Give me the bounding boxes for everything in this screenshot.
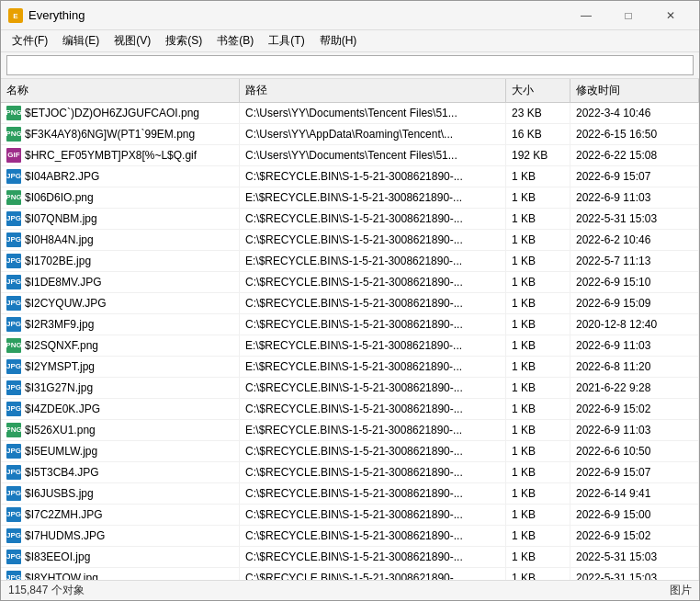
cell-size: 1 KB xyxy=(506,568,570,580)
file-name: $I7C2ZMH.JPG xyxy=(25,506,103,523)
cell-date: 2022-5-31 15:03 xyxy=(570,568,699,580)
cell-path: C:\Users\YY\Documents\Tencent Files\51..… xyxy=(240,103,506,123)
cell-path: C:\$RECYCLE.BIN\S-1-5-21-3008621890-... xyxy=(240,526,506,546)
table-row[interactable]: JPG $I1DE8MV.JPG C:\$RECYCLE.BIN\S-1-5-2… xyxy=(1,272,699,293)
window-controls: — □ ✕ xyxy=(565,1,692,30)
maximize-button[interactable]: □ xyxy=(607,1,649,30)
jpg-file-icon: JPG xyxy=(6,402,21,416)
cell-name: JPG $I2R3MF9.jpg xyxy=(1,314,240,335)
table-row[interactable]: JPG $I8YHTOW.jpg C:\$RECYCLE.BIN\S-1-5-2… xyxy=(1,568,699,580)
menu-help[interactable]: 帮助(H) xyxy=(312,30,365,51)
cell-date: 2022-6-15 16:50 xyxy=(570,124,699,144)
table-row[interactable]: JPG $I07QNBM.jpg C:\$RECYCLE.BIN\S-1-5-2… xyxy=(1,209,699,230)
cell-size: 1 KB xyxy=(506,251,570,271)
header-size[interactable]: 大小 xyxy=(506,79,570,102)
cell-size: 16 KB xyxy=(506,124,570,144)
cell-size: 1 KB xyxy=(506,378,570,398)
table-row[interactable]: PNG $I2SQNXF.png E:\$RECYCLE.BIN\S-1-5-2… xyxy=(1,335,699,357)
header-path[interactable]: 路径 xyxy=(240,79,506,102)
table-row[interactable]: PNG $I526XU1.png E:\$RECYCLE.BIN\S-1-5-2… xyxy=(1,420,699,441)
menu-file[interactable]: 文件(F) xyxy=(5,30,55,51)
table-row[interactable]: JPG $I7C2ZMH.JPG C:\$RECYCLE.BIN\S-1-5-2… xyxy=(1,505,699,526)
file-name: $I04ABR2.JPG xyxy=(25,168,99,185)
table-row[interactable]: JPG $I2YMSPT.jpg E:\$RECYCLE.BIN\S-1-5-2… xyxy=(1,357,699,378)
cell-path: E:\$RECYCLE.BIN\S-1-5-21-3008621890-... xyxy=(240,187,506,208)
table-row[interactable]: JPG $I6JUSBS.jpg C:\$RECYCLE.BIN\S-1-5-2… xyxy=(1,483,699,505)
cell-date: 2022-5-31 15:03 xyxy=(570,547,699,567)
table-row[interactable]: JPG $I2R3MF9.jpg C:\$RECYCLE.BIN\S-1-5-2… xyxy=(1,314,699,335)
table-row[interactable]: JPG $I04ABR2.JPG C:\$RECYCLE.BIN\S-1-5-2… xyxy=(1,166,699,187)
minimize-button[interactable]: — xyxy=(565,1,607,30)
cell-size: 1 KB xyxy=(506,547,570,567)
file-name: $HRC_EF05YMBT]PX8[%~L$Q.gif xyxy=(25,147,197,164)
cell-size: 1 KB xyxy=(506,526,570,546)
file-name: $I07QNBM.jpg xyxy=(25,210,97,227)
table-row[interactable]: PNG $ETJOC`)DZ)OH6ZJGUFCAOI.png C:\Users… xyxy=(1,103,699,124)
table-row[interactable]: JPG $I7HUDMS.JPG C:\$RECYCLE.BIN\S-1-5-2… xyxy=(1,526,699,547)
menu-view[interactable]: 视图(V) xyxy=(107,30,158,51)
cell-date: 2022-6-9 11:03 xyxy=(570,420,699,440)
cell-name: JPG $I8YHTOW.jpg xyxy=(1,568,240,580)
jpg-file-icon: JPG xyxy=(6,211,21,226)
table-row[interactable]: JPG $I31G27N.jpg C:\$RECYCLE.BIN\S-1-5-2… xyxy=(1,378,699,399)
window-title: Everything xyxy=(28,8,85,22)
cell-size: 1 KB xyxy=(506,441,570,461)
cell-name: JPG $I07QNBM.jpg xyxy=(1,209,240,229)
cell-date: 2022-6-9 15:02 xyxy=(570,399,699,419)
cell-date: 2022-6-9 15:07 xyxy=(570,462,699,482)
cell-path: C:\$RECYCLE.BIN\S-1-5-21-3008621890-... xyxy=(240,378,506,398)
menu-edit[interactable]: 编辑(E) xyxy=(55,30,107,51)
table-row[interactable]: GIF $HRC_EF05YMBT]PX8[%~L$Q.gif C:\Users… xyxy=(1,145,699,166)
cell-name: JPG $I2YMSPT.jpg xyxy=(1,357,240,377)
cell-name: PNG $I06D6IO.png xyxy=(1,187,240,208)
cell-date: 2022-6-9 15:09 xyxy=(570,293,699,313)
table-row[interactable]: PNG $F3K4AY8)6NG]W(PT1`99EM.png C:\Users… xyxy=(1,124,699,145)
menu-tools[interactable]: 工具(T) xyxy=(261,30,311,51)
cell-name: JPG $I1702BE.jpg xyxy=(1,251,240,271)
cell-path: C:\$RECYCLE.BIN\S-1-5-21-3008621890-... xyxy=(240,568,506,580)
jpg-file-icon: JPG xyxy=(6,486,21,501)
close-button[interactable]: ✕ xyxy=(649,1,692,30)
status-count: 115,847 个对象 xyxy=(8,583,85,598)
cell-name: JPG $I7C2ZMH.JPG xyxy=(1,505,240,525)
status-bar: 115,847 个对象 图片 xyxy=(1,580,699,600)
jpg-file-icon: JPG xyxy=(6,550,21,564)
cell-size: 1 KB xyxy=(506,314,570,335)
cell-size: 1 KB xyxy=(506,230,570,250)
png-file-icon: PNG xyxy=(6,190,21,205)
cell-path: C:\$RECYCLE.BIN\S-1-5-21-3008621890-... xyxy=(240,314,506,335)
cell-date: 2022-5-7 11:13 xyxy=(570,251,699,271)
header-date[interactable]: 修改时间 xyxy=(570,79,699,102)
cell-size: 1 KB xyxy=(506,483,570,504)
header-name[interactable]: 名称 xyxy=(1,79,240,102)
file-name: $I2YMSPT.jpg xyxy=(25,358,95,375)
table-row[interactable]: JPG $I0H8A4N.jpg C:\$RECYCLE.BIN\S-1-5-2… xyxy=(1,230,699,251)
svg-text:E: E xyxy=(13,12,18,20)
table-row[interactable]: JPG $I4ZDE0K.JPG C:\$RECYCLE.BIN\S-1-5-2… xyxy=(1,399,699,420)
table-row[interactable]: JPG $I5T3CB4.JPG C:\$RECYCLE.BIN\S-1-5-2… xyxy=(1,462,699,483)
table-row[interactable]: JPG $I83EEOI.jpg C:\$RECYCLE.BIN\S-1-5-2… xyxy=(1,547,699,568)
jpg-file-icon: JPG xyxy=(6,465,21,480)
menu-search[interactable]: 搜索(S) xyxy=(158,30,209,51)
gif-file-icon: GIF xyxy=(6,148,21,163)
cell-name: JPG $I6JUSBS.jpg xyxy=(1,483,240,504)
png-file-icon: PNG xyxy=(6,127,21,142)
cell-date: 2020-12-8 12:40 xyxy=(570,314,699,335)
cell-name: JPG $I1DE8MV.JPG xyxy=(1,272,240,292)
cell-date: 2022-6-9 15:02 xyxy=(570,526,699,546)
cell-date: 2022-6-8 11:20 xyxy=(570,357,699,377)
title-left: E Everything xyxy=(8,8,85,23)
file-name: $I1702BE.jpg xyxy=(25,253,91,269)
table-row[interactable]: PNG $I06D6IO.png E:\$RECYCLE.BIN\S-1-5-2… xyxy=(1,187,699,209)
table-row[interactable]: JPG $I2CYQUW.JPG C:\$RECYCLE.BIN\S-1-5-2… xyxy=(1,293,699,314)
table-row[interactable]: JPG $I5EUMLW.jpg C:\$RECYCLE.BIN\S-1-5-2… xyxy=(1,441,699,462)
cell-size: 1 KB xyxy=(506,357,570,377)
jpg-file-icon: JPG xyxy=(6,359,21,374)
search-input[interactable] xyxy=(6,55,694,75)
file-name: $I1DE8MV.JPG xyxy=(25,274,102,290)
cell-path: C:\$RECYCLE.BIN\S-1-5-21-3008621890-... xyxy=(240,293,506,313)
table-row[interactable]: JPG $I1702BE.jpg E:\$RECYCLE.BIN\S-1-5-2… xyxy=(1,251,699,272)
jpg-file-icon: JPG xyxy=(6,169,21,184)
menu-bookmark[interactable]: 书签(B) xyxy=(209,30,261,51)
cell-size: 192 KB xyxy=(506,145,570,165)
